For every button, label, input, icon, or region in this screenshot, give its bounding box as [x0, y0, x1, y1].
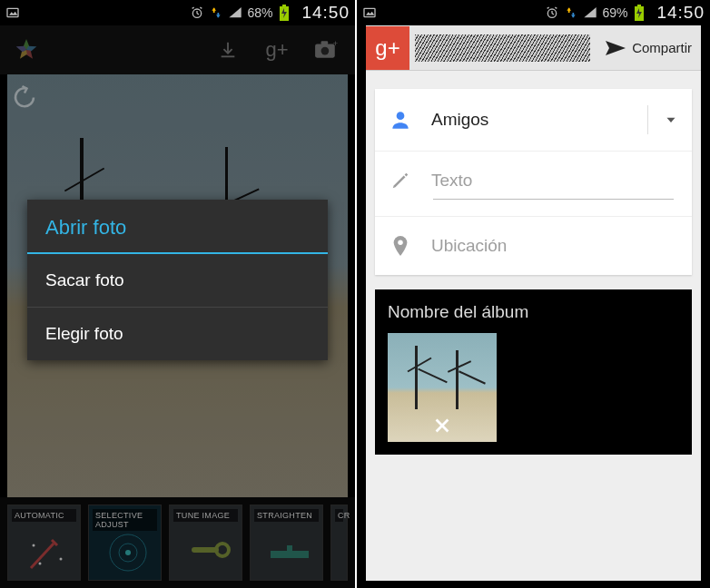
svg-line-5	[192, 7, 194, 8]
filter-label: SELECTIVE ADJUST	[93, 509, 157, 531]
battery-pct: 69%	[602, 5, 627, 20]
clock: 14:50	[656, 3, 705, 23]
text-input-underline	[433, 199, 674, 200]
send-icon	[605, 39, 626, 57]
svg-point-22	[125, 550, 131, 555]
location-pin-icon	[388, 233, 413, 259]
alarm-icon	[190, 5, 204, 20]
camera-icon[interactable]: +	[308, 32, 344, 68]
filter-automatic[interactable]: AUTOMATIC	[7, 505, 81, 581]
audience-row[interactable]: Amigos	[375, 89, 692, 152]
svg-point-13	[321, 47, 330, 55]
close-icon	[432, 416, 452, 436]
battery-icon	[632, 5, 646, 20]
location-row[interactable]: Ubicación	[375, 217, 692, 275]
pencil-icon	[388, 168, 413, 193]
svg-point-18	[60, 558, 63, 561]
svg-point-17	[33, 544, 35, 547]
dialog-item-take-photo[interactable]: Sacar foto	[27, 254, 328, 308]
dialog-item-choose-photo[interactable]: Elegir foto	[27, 308, 328, 360]
sync-icon	[209, 5, 223, 20]
signal-icon	[583, 5, 597, 20]
filter-selective-adjust[interactable]: SELECTIVE ADJUST	[88, 505, 162, 581]
image-icon	[362, 5, 377, 20]
svg-line-32	[547, 7, 549, 8]
share-header: g+ Compartir	[366, 25, 701, 71]
filter-straighten[interactable]: STRAIGHTEN	[250, 505, 323, 581]
google-plus-badge-icon: g+	[366, 26, 409, 70]
svg-rect-8	[282, 5, 286, 6]
filter-label: STRAIGHTEN	[254, 509, 319, 522]
svg-marker-1	[9, 12, 17, 15]
photo-thumbnail[interactable]	[388, 333, 497, 442]
svg-marker-34	[585, 7, 597, 17]
album-name[interactable]: Nombre del álbum	[388, 302, 679, 322]
compose-card: Amigos Texto Ubicación	[375, 89, 692, 275]
svg-marker-28	[366, 12, 374, 15]
svg-marker-40	[667, 118, 675, 122]
remove-photo-button[interactable]	[429, 413, 455, 438]
action-bar: g+ +	[0, 25, 355, 74]
share-button[interactable]: Compartir	[596, 39, 701, 57]
svg-rect-0	[7, 8, 18, 16]
svg-text:+: +	[333, 40, 338, 48]
status-bar: 69% 14:50	[357, 0, 710, 25]
svg-point-39	[397, 112, 405, 120]
open-photo-dialog: Abrir foto Sacar foto Elegir foto	[27, 200, 328, 360]
filter-label: TUNE IMAGE	[173, 509, 238, 522]
audience-dropdown[interactable]	[647, 105, 679, 134]
battery-pct: 68%	[247, 5, 272, 20]
svg-line-15	[31, 544, 54, 568]
svg-line-33	[556, 7, 557, 8]
status-bar: 68% 14:50	[0, 0, 355, 25]
app-logo-icon	[11, 34, 42, 65]
person-icon	[388, 107, 413, 132]
battery-icon	[277, 5, 291, 20]
filter-label: CR	[335, 509, 343, 522]
share-sheet: g+ Compartir Amigos	[366, 25, 701, 581]
svg-rect-35	[637, 5, 641, 6]
filter-tune-image[interactable]: TUNE IMAGE	[169, 505, 242, 581]
share-label: Compartir	[632, 40, 692, 55]
svg-line-31	[552, 14, 554, 15]
chevron-down-icon	[663, 112, 679, 128]
audience-label: Amigos	[431, 110, 629, 130]
account-name-redacted	[415, 34, 590, 62]
svg-marker-7	[230, 7, 242, 17]
svg-rect-27	[364, 8, 375, 16]
album-section: Nombre del álbum	[375, 289, 692, 455]
svg-rect-26	[287, 545, 292, 553]
filter-strip[interactable]: AUTOMATIC SELECTIVE ADJUST TUNE IMAGE ST…	[0, 497, 355, 588]
svg-line-6	[201, 7, 202, 8]
alarm-icon	[545, 5, 559, 20]
google-plus-icon[interactable]: g+	[259, 32, 295, 68]
right-screenshot: 69% 14:50 g+ Compartir Amigos	[355, 0, 710, 588]
sync-icon	[564, 5, 578, 20]
filter-label: AUTOMATIC	[12, 509, 76, 522]
text-placeholder: Texto	[431, 171, 679, 191]
svg-line-4	[197, 14, 199, 15]
download-icon[interactable]	[210, 32, 246, 68]
signal-icon	[228, 5, 242, 20]
image-icon	[5, 5, 20, 20]
svg-marker-38	[606, 41, 626, 55]
svg-rect-12	[321, 41, 329, 44]
svg-point-41	[398, 240, 403, 246]
svg-point-19	[39, 563, 42, 565]
back-icon[interactable]	[11, 82, 38, 109]
left-screenshot: 68% 14:50 g+ +	[0, 0, 355, 588]
dialog-title: Abrir foto	[27, 200, 328, 254]
clock: 14:50	[301, 3, 350, 23]
filter-crop[interactable]: CR	[330, 505, 348, 581]
text-row[interactable]: Texto	[375, 152, 692, 217]
location-placeholder: Ubicación	[431, 236, 679, 256]
